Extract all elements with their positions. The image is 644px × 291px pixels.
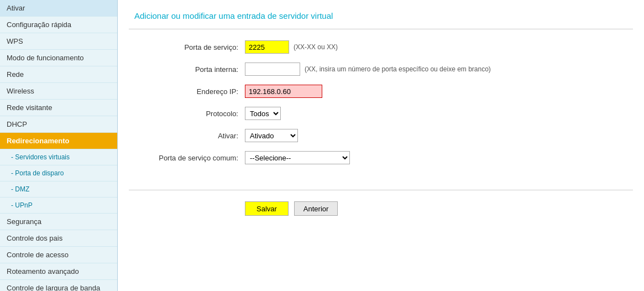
- bottom-divider: [129, 190, 633, 190]
- form-area: Porta de serviço: (XX-XX ou XX) Porta in…: [118, 29, 644, 184]
- sidebar-item-dmz[interactable]: - DMZ: [0, 181, 117, 198]
- sidebar-item-servidores-virtuais[interactable]: - Servidores virtuais: [0, 149, 117, 165]
- endereco-ip-label: Endereço IP:: [134, 87, 245, 96]
- porta-servico-hint: (XX-XX ou XX): [294, 43, 338, 51]
- sidebar-item-porta-disparo[interactable]: - Porta de disparo: [0, 165, 117, 181]
- ativar-select[interactable]: AtivadoDesativado: [245, 129, 298, 142]
- sidebar-item-wps[interactable]: WPS: [0, 33, 117, 50]
- ativar-label: Ativar:: [134, 132, 245, 140]
- endereco-ip-input[interactable]: [245, 85, 322, 98]
- porta-servico-control: (XX-XX ou XX): [245, 40, 338, 54]
- porta-servico-comum-label: Porta de serviço comum:: [134, 154, 245, 162]
- porta-servico-comum-control: --Selecione--HTTP (80)FTP (21)HTTPS (443…: [245, 151, 350, 164]
- porta-servico-input[interactable]: [245, 40, 289, 54]
- sidebar-item-wireless[interactable]: Wireless: [0, 83, 117, 100]
- porta-servico-label: Porta de serviço:: [134, 43, 245, 51]
- sidebar-item-dhcp[interactable]: DHCP: [0, 116, 117, 133]
- porta-interna-input[interactable]: [245, 63, 300, 76]
- porta-servico-comum-select[interactable]: --Selecione--HTTP (80)FTP (21)HTTPS (443…: [245, 151, 350, 164]
- sidebar-item-rede-visitante[interactable]: Rede visitante: [0, 100, 117, 116]
- endereco-ip-control: [245, 85, 322, 98]
- page-title: Adicionar ou modificar uma entrada de se…: [118, 0, 644, 29]
- protocolo-label: Protocolo:: [134, 110, 245, 118]
- porta-interna-label: Porta interna:: [134, 65, 245, 74]
- sidebar-item-configuracao-rapida[interactable]: Configuração rápida: [0, 17, 117, 33]
- ativar-row: Ativar: AtivadoDesativado: [134, 129, 627, 142]
- sidebar: AtivarConfiguração rápidaWPSModo de func…: [0, 0, 118, 291]
- buttons-row: Salvar Anterior: [118, 201, 644, 227]
- porta-interna-control: (XX, insira um número de porta específic…: [245, 63, 491, 76]
- protocolo-row: Protocolo: TodosTCPUDP: [134, 107, 627, 120]
- sidebar-item-redirecionamento[interactable]: Redirecionamento: [0, 133, 117, 149]
- protocolo-control: TodosTCPUDP: [245, 107, 281, 120]
- anterior-button[interactable]: Anterior: [294, 201, 338, 216]
- sidebar-item-controle-pais[interactable]: Controle dos pais: [0, 230, 117, 247]
- sidebar-item-ativar[interactable]: Ativar: [0, 0, 117, 17]
- sidebar-item-seguranca[interactable]: Segurança: [0, 214, 117, 230]
- protocolo-select[interactable]: TodosTCPUDP: [245, 107, 281, 120]
- sidebar-item-rede[interactable]: Rede: [0, 66, 117, 83]
- endereco-ip-row: Endereço IP:: [134, 85, 627, 98]
- sidebar-item-controle-largura[interactable]: Controle de largura de banda: [0, 280, 117, 291]
- porta-servico-comum-row: Porta de serviço comum: --Selecione--HTT…: [134, 151, 627, 164]
- porta-interna-hint: (XX, insira um número de porta específic…: [305, 65, 491, 73]
- porta-interna-row: Porta interna: (XX, insira um número de …: [134, 63, 627, 76]
- sidebar-item-modo-funcionamento[interactable]: Modo de funcionamento: [0, 50, 117, 66]
- ativar-control: AtivadoDesativado: [245, 129, 298, 142]
- sidebar-item-controle-acesso[interactable]: Controle de acesso: [0, 247, 117, 263]
- sidebar-item-roteamento-avancado[interactable]: Roteamento avançado: [0, 263, 117, 280]
- main-content: Adicionar ou modificar uma entrada de se…: [118, 0, 644, 291]
- porta-servico-row: Porta de serviço: (XX-XX ou XX): [134, 40, 627, 54]
- salvar-button[interactable]: Salvar: [245, 201, 289, 216]
- sidebar-item-upnp[interactable]: - UPnP: [0, 198, 117, 214]
